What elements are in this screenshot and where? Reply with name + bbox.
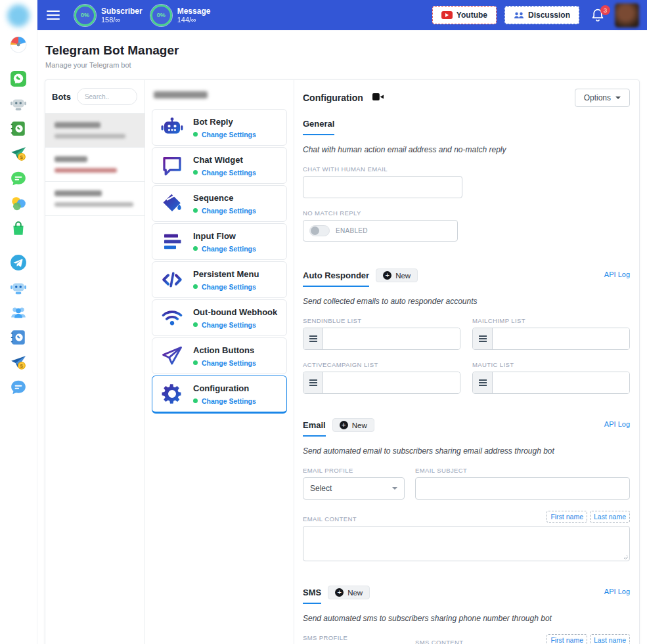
subscriber-progress-ring: 0% bbox=[74, 5, 96, 26]
chat-with-human-email-input[interactable] bbox=[303, 176, 462, 198]
bots-search-input[interactable] bbox=[77, 88, 137, 105]
telegram-icon[interactable] bbox=[10, 254, 27, 271]
sms-api-log-link[interactable]: API Log bbox=[604, 588, 630, 595]
mautic-list-input[interactable] bbox=[493, 372, 629, 393]
contact-book-green-icon[interactable] bbox=[10, 120, 27, 137]
app-logo[interactable] bbox=[7, 5, 30, 27]
subscriber-stat-value: 158/∞ bbox=[101, 16, 143, 24]
change-settings-link[interactable]: Change Settings bbox=[202, 131, 256, 139]
email-api-log-link[interactable]: API Log bbox=[604, 420, 630, 428]
list-icon[interactable] bbox=[473, 372, 493, 393]
wifi-icon bbox=[160, 306, 184, 330]
change-settings-link[interactable]: Change Settings bbox=[202, 321, 256, 329]
broadcast-coin-green-icon[interactable]: $ bbox=[10, 145, 27, 162]
plus-icon bbox=[340, 421, 348, 429]
change-settings-link[interactable]: Change Settings bbox=[202, 359, 256, 367]
status-dot bbox=[193, 170, 198, 175]
paper-plane-icon bbox=[160, 344, 184, 368]
youtube-button[interactable]: Youtube bbox=[432, 6, 497, 24]
chat-bubble-blue-icon[interactable] bbox=[10, 379, 27, 396]
plus-icon bbox=[383, 271, 391, 280]
menu-item-configuration[interactable]: Configuration Change Settings bbox=[152, 376, 287, 414]
svg-text:$: $ bbox=[20, 154, 24, 160]
menu-item-action-buttons[interactable]: Action Buttons Change Settings bbox=[152, 337, 287, 374]
no-match-reply-toggle[interactable] bbox=[309, 225, 330, 236]
page-subtitle: Manage your Telegram bot bbox=[45, 61, 639, 69]
chat-with-human-email-label: CHAT WITH HUMAN EMAIL bbox=[303, 165, 630, 173]
video-tutorial-icon[interactable] bbox=[372, 92, 384, 104]
activecampaign-list-input[interactable] bbox=[323, 372, 460, 393]
bot-blue-icon[interactable] bbox=[10, 279, 27, 296]
sms-profile-label: SMS PROFILE bbox=[303, 634, 405, 641]
menu-item-persistent-menu[interactable]: Persistent Menu Change Settings bbox=[152, 261, 287, 298]
general-description: Chat with human action email address and… bbox=[303, 145, 630, 154]
contact-book-blue-icon[interactable] bbox=[10, 329, 27, 346]
top-navbar: 0% Subscriber 158/∞ 0% Message 144/∞ You… bbox=[37, 0, 647, 30]
bots-panel: Bots bbox=[45, 80, 145, 644]
auto-responder-description: Send collected emails to auto responder … bbox=[303, 297, 630, 306]
sendinblue-list-input[interactable] bbox=[323, 328, 460, 349]
list-icon[interactable] bbox=[303, 328, 323, 349]
page-title: Telegram Bot Manager bbox=[45, 43, 639, 58]
change-settings-link[interactable]: Change Settings bbox=[202, 397, 256, 405]
whatsapp-icon[interactable] bbox=[10, 70, 27, 87]
email-section-title: Email bbox=[303, 420, 326, 437]
status-dot bbox=[193, 208, 198, 213]
bot-list-item[interactable] bbox=[45, 181, 145, 216]
activecampaign-list-label: ACTIVECAMPAIGN LIST bbox=[303, 361, 460, 368]
app-sidebar: $ $ bbox=[0, 0, 37, 644]
mailchimp-list-input[interactable] bbox=[493, 328, 629, 349]
menu-item-sequence[interactable]: Sequence Change Settings bbox=[152, 185, 287, 222]
user-avatar[interactable] bbox=[615, 3, 639, 28]
message-stat-value: 144/∞ bbox=[177, 16, 211, 24]
bot-grey-icon[interactable] bbox=[10, 95, 27, 112]
email-content-label: EMAIL CONTENT bbox=[303, 515, 357, 523]
first-name-chip[interactable]: First name bbox=[547, 634, 587, 644]
options-button[interactable]: Options bbox=[575, 89, 630, 107]
last-name-chip[interactable]: Last name bbox=[590, 634, 630, 644]
first-name-chip[interactable]: First name bbox=[547, 511, 587, 523]
status-dot bbox=[193, 284, 198, 289]
auto-responder-new-button[interactable]: New bbox=[376, 268, 418, 282]
subscribers-blue-icon[interactable] bbox=[10, 304, 27, 321]
subscriber-stat: 0% Subscriber 158/∞ bbox=[74, 5, 143, 26]
notification-count-badge: 3 bbox=[600, 5, 610, 15]
mautic-list-label: MAUTIC LIST bbox=[472, 361, 630, 368]
change-settings-link[interactable]: Change Settings bbox=[202, 245, 256, 253]
mautic-list-field bbox=[472, 372, 630, 394]
broadcast-coin-blue-icon[interactable]: $ bbox=[10, 354, 27, 371]
menu-item-outbound-webhook[interactable]: Out-bound Webhook Change Settings bbox=[152, 299, 287, 336]
auto-responder-api-log-link[interactable]: API Log bbox=[604, 270, 630, 278]
menu-item-chat-widget[interactable]: Chat Widget Change Settings bbox=[152, 147, 287, 184]
integrations-color-icon[interactable] bbox=[10, 195, 27, 212]
change-settings-link[interactable]: Change Settings bbox=[202, 169, 256, 177]
change-settings-link[interactable]: Change Settings bbox=[202, 207, 256, 215]
menu-item-input-flow[interactable]: Input Flow Change Settings bbox=[152, 223, 287, 260]
menu-item-bot-reply[interactable]: Bot Reply Change Settings bbox=[152, 109, 287, 146]
email-content-textarea[interactable] bbox=[303, 526, 630, 561]
shop-bag-green-icon[interactable] bbox=[10, 220, 27, 237]
svg-text:$: $ bbox=[20, 363, 24, 369]
dashboard-icon[interactable] bbox=[10, 36, 27, 53]
bot-list-item[interactable] bbox=[45, 113, 145, 147]
list-icon[interactable] bbox=[303, 372, 323, 393]
bot-list-item[interactable] bbox=[45, 147, 145, 181]
discussion-button[interactable]: Discussion bbox=[504, 6, 579, 24]
no-match-reply-label: NO MATCH REPLY bbox=[303, 209, 630, 217]
menu-toggle-icon[interactable] bbox=[47, 11, 60, 20]
list-icon[interactable] bbox=[473, 328, 493, 349]
chat-bubble-green-icon[interactable] bbox=[10, 170, 27, 187]
robot-icon bbox=[160, 116, 184, 139]
chevron-down-icon bbox=[615, 97, 621, 99]
email-description: Send automated email to subscribers shar… bbox=[303, 446, 630, 456]
notifications-button[interactable]: 3 bbox=[591, 8, 604, 22]
config-panel-title: Configuration bbox=[303, 93, 363, 103]
email-new-button[interactable]: New bbox=[332, 418, 374, 432]
change-settings-link[interactable]: Change Settings bbox=[202, 283, 256, 291]
bots-panel-title: Bots bbox=[52, 92, 71, 102]
last-name-chip[interactable]: Last name bbox=[590, 511, 630, 523]
sms-new-button[interactable]: New bbox=[328, 586, 370, 599]
email-subject-input[interactable] bbox=[415, 477, 630, 500]
email-subject-label: EMAIL SUBJECT bbox=[415, 467, 630, 474]
email-profile-select[interactable]: Select bbox=[303, 477, 405, 500]
